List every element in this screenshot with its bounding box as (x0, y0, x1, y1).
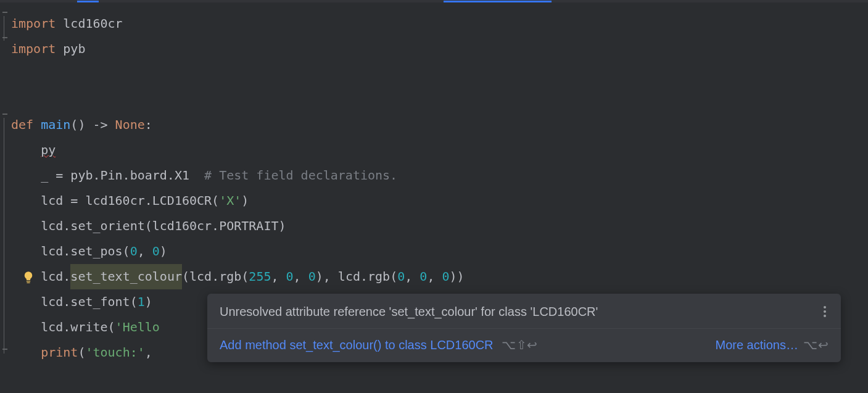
module-name: lcd160cr (63, 11, 122, 36)
fold-toggle-icon[interactable] (2, 110, 8, 118)
number: 255 (249, 264, 271, 289)
code-line: def main() -> None: (11, 112, 868, 138)
number: 0 (286, 264, 294, 289)
shortcut-label: ⌥↩ (803, 337, 829, 352)
number: 0 (420, 264, 427, 289)
punct: () (70, 112, 85, 138)
punct: , (405, 264, 420, 289)
code-line: lcd.set_text_colour(lcd.rgb(255, 0, 0), … (11, 264, 868, 289)
punct: , (138, 239, 152, 264)
string: 'touch:' (85, 340, 144, 365)
punct: )) (450, 264, 465, 289)
code-text: (lcd.rgb( (182, 264, 249, 289)
fold-toggle-icon[interactable] (2, 34, 8, 41)
code-line: _ = pyb.Pin.board.X1 # Test field declar… (11, 163, 868, 188)
builtin: print (41, 340, 78, 365)
quickfix-action[interactable]: Add method set_text_colour() to class LC… (220, 338, 494, 352)
number: 0 (442, 264, 449, 289)
editor-gutter (0, 2, 9, 393)
number: 0 (130, 239, 138, 264)
shortcut-label: ⌥⇧↩ (502, 338, 538, 352)
keyword: import (11, 11, 56, 36)
punct: , (294, 264, 308, 289)
more-actions-row: More actions… ⌥↩ (716, 337, 829, 352)
number: 0 (308, 264, 316, 289)
editor-tabs-bar (0, 0, 868, 2)
code-line: py (11, 138, 868, 163)
code-line: lcd = lcd160cr.LCD160CR('X') (11, 188, 868, 213)
tooltip-body: Add method set_text_colour() to class LC… (207, 329, 841, 362)
code-text: lcd.set_pos( (41, 239, 130, 264)
fold-end-icon[interactable] (2, 345, 8, 353)
fold-toggle-icon[interactable] (2, 9, 8, 16)
code-text: lcd = lcd160cr.LCD160CR( (41, 188, 219, 213)
punct: ) (241, 188, 249, 213)
code-line: lcd.set_pos(0, 0) (11, 239, 868, 264)
code-line: lcd.set_orient(lcd160cr.PORTRAIT) (11, 213, 868, 239)
number: 1 (138, 289, 145, 315)
number: 0 (152, 239, 160, 264)
tab-indicator-1 (77, 1, 99, 2)
module-name: pyb (63, 36, 85, 62)
code-text: lcd.write( (41, 315, 115, 340)
fold-line (4, 118, 4, 354)
code-text: lcd. (41, 264, 70, 289)
warning-highlight: set_text_colour (70, 264, 182, 289)
keyword: import (11, 36, 56, 62)
punct: , (145, 340, 152, 365)
unresolved-ref: py (41, 138, 56, 163)
tab-indicator-2 (444, 1, 552, 2)
punct: ( (78, 340, 85, 365)
number: 0 (397, 264, 405, 289)
punct: , (427, 264, 442, 289)
more-actions-link[interactable]: More actions… (716, 338, 799, 352)
kebab-menu-icon[interactable] (821, 304, 829, 320)
code-text: ), lcd.rgb( (316, 264, 397, 289)
type: None (115, 112, 145, 138)
code-line (11, 62, 868, 87)
string: 'Hello (115, 315, 160, 340)
quickfix-row: Add method set_text_colour() to class LC… (220, 337, 538, 352)
punct: ) (145, 289, 152, 315)
function-name: main (41, 112, 70, 138)
keyword: def (11, 112, 33, 138)
fold-line (4, 16, 4, 41)
punct: -> (85, 112, 115, 138)
string: 'X' (219, 188, 241, 213)
punct: : (145, 112, 152, 138)
punct: ) (160, 239, 167, 264)
code-line: import pyb (11, 36, 868, 62)
comment: # Test field declarations. (204, 163, 397, 188)
code-line (11, 87, 868, 112)
tooltip-header: Unresolved attribute reference 'set_text… (207, 294, 841, 329)
code-text: lcd.set_orient(lcd160cr.PORTRAIT) (41, 213, 286, 239)
punct: , (271, 264, 286, 289)
code-text: _ = pyb.Pin.board.X1 (41, 163, 204, 188)
inspection-tooltip: Unresolved attribute reference 'set_text… (207, 294, 841, 362)
code-text: lcd.set_font( (41, 289, 138, 315)
code-line: import lcd160cr (11, 11, 868, 36)
tooltip-title: Unresolved attribute reference 'set_text… (220, 305, 598, 319)
